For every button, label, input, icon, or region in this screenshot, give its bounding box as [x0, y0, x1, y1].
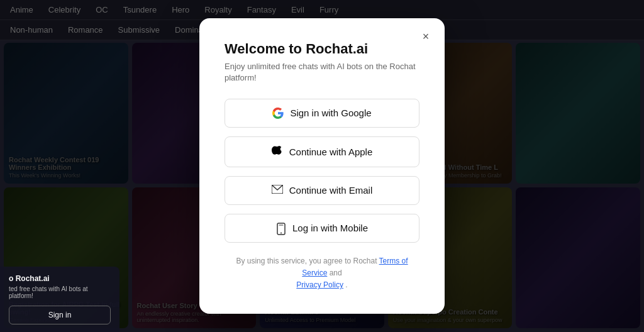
apple-signin-button[interactable]: Continue with Apple	[225, 136, 419, 167]
dialog-title: Welcome to Rochat.ai	[225, 41, 419, 57]
email-signin-button[interactable]: Continue with Email	[225, 176, 419, 205]
terms-suffix: .	[345, 280, 347, 289]
close-button[interactable]: ×	[417, 28, 435, 46]
mobile-button-label: Log in with Mobile	[292, 223, 368, 233]
dialog-backdrop: × Welcome to Rochat.ai Enjoy unlimited f…	[0, 0, 644, 332]
privacy-policy-link[interactable]: Privacy Policy	[296, 280, 343, 289]
google-button-label: Sign in with Google	[290, 108, 371, 118]
google-icon	[272, 108, 284, 119]
auth-dialog: × Welcome to Rochat.ai Enjoy unlimited f…	[199, 18, 445, 314]
mobile-signin-button[interactable]: Log in with Mobile	[225, 214, 419, 243]
svg-point-2	[280, 232, 282, 233]
apple-icon	[272, 145, 283, 158]
terms-middle: and	[330, 268, 342, 277]
apple-button-label: Continue with Apple	[289, 147, 373, 157]
terms-text: By using this service, you agree to Roch…	[225, 255, 419, 292]
mobile-icon	[276, 223, 286, 234]
email-button-label: Continue with Email	[289, 185, 373, 196]
terms-prefix: By using this service, you agree to Roch…	[236, 257, 379, 265]
email-icon	[272, 185, 283, 196]
dialog-subtitle: Enjoy unlimited free chats with AI bots …	[225, 61, 419, 84]
google-signin-button[interactable]: Sign in with Google	[225, 99, 419, 128]
